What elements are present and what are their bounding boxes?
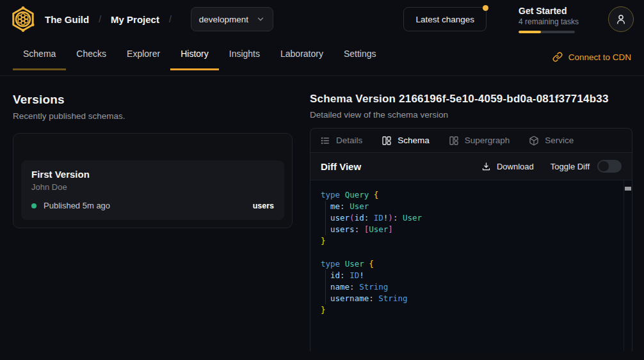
versions-list-card: First Version John Doe Published 5m ago … xyxy=(13,133,293,228)
top-header: The Guild / My Project / development Lat… xyxy=(0,0,644,38)
diff-view-title: Diff View xyxy=(321,161,361,172)
schema-version-title: Schema Version 2166196f-5e10-4059-bd0a-0… xyxy=(310,93,632,106)
get-started-subtitle: 4 remaining tasks xyxy=(519,17,579,26)
get-started-progress-track xyxy=(519,31,575,33)
nav-spacer xyxy=(387,38,552,75)
tab-label: Explorer xyxy=(127,49,160,59)
panels-icon xyxy=(382,136,392,146)
tab-label: Settings xyxy=(344,49,376,59)
code-scrollbar-thumb[interactable] xyxy=(625,187,631,191)
schema-version-panel: Schema Version 2166196f-5e10-4059-bd0a-0… xyxy=(310,93,632,360)
detail-tab-supergraph[interactable]: Supergraph xyxy=(449,136,510,146)
tab-label: History xyxy=(181,49,209,59)
toggle-diff-switch[interactable] xyxy=(597,160,622,173)
breadcrumb-project[interactable]: My Project xyxy=(111,14,159,25)
tab-explorer[interactable]: Explorer xyxy=(117,38,170,70)
get-started-progress-fill xyxy=(519,31,541,33)
detail-tab-label: Supergraph xyxy=(465,136,510,145)
user-icon xyxy=(615,13,627,25)
versions-panel: Versions Recently published schemas. Fir… xyxy=(13,93,293,360)
detail-tab-label: Service xyxy=(545,136,574,145)
versions-subtitle: Recently published schemas. xyxy=(13,111,293,121)
tab-label: Checks xyxy=(76,49,106,59)
diff-view-header: Diff View Download Toggle Diff xyxy=(310,153,632,180)
user-avatar[interactable] xyxy=(608,6,634,32)
detail-tab-service[interactable]: Service xyxy=(529,136,574,146)
breadcrumb-org[interactable]: The Guild xyxy=(45,14,89,25)
version-list-item[interactable]: First Version John Doe Published 5m ago … xyxy=(21,160,284,220)
tab-label: Schema xyxy=(23,49,56,59)
tab-schema[interactable]: Schema xyxy=(13,38,66,70)
tab-settings[interactable]: Settings xyxy=(334,38,387,70)
detail-tab-details[interactable]: Details xyxy=(320,136,362,146)
chevron-down-icon xyxy=(256,15,265,24)
version-name: First Version xyxy=(31,169,274,180)
content-area: Versions Recently published schemas. Fir… xyxy=(0,76,644,360)
published-status-dot xyxy=(31,203,36,208)
toggle-knob xyxy=(599,161,609,171)
schema-version-detail-card: Details Schema xyxy=(310,128,632,351)
tab-history[interactable]: History xyxy=(170,38,219,70)
link-icon xyxy=(552,52,563,62)
detail-tab-label: Schema xyxy=(398,136,430,145)
connect-to-cdn-label: Connect to CDN xyxy=(568,52,631,62)
schema-version-subtitle: Detailed view of the schema version xyxy=(310,110,632,120)
tab-checks[interactable]: Checks xyxy=(66,38,117,70)
latest-changes-label: Latest changes xyxy=(415,15,474,24)
get-started-widget[interactable]: Get Started 4 remaining tasks xyxy=(519,6,579,33)
tab-insights[interactable]: Insights xyxy=(219,38,270,70)
schema-code-area: type Query {me: Useruser(id: ID!): Useru… xyxy=(310,180,632,351)
cube-icon xyxy=(529,136,539,146)
versions-title: Versions xyxy=(13,93,293,107)
version-author: John Doe xyxy=(31,182,274,192)
version-status: Published 5m ago xyxy=(44,201,110,210)
tab-label: Insights xyxy=(229,49,260,59)
download-icon xyxy=(481,162,491,171)
panels-icon xyxy=(449,136,459,146)
version-meta-row: Published 5m ago users xyxy=(31,201,274,210)
tab-laboratory[interactable]: Laboratory xyxy=(270,38,334,70)
code-block: type Query {me: Useruser(id: ID!): Useru… xyxy=(321,189,619,316)
tab-label: Laboratory xyxy=(280,49,323,59)
list-icon xyxy=(320,136,330,146)
target-select[interactable]: development xyxy=(191,7,273,31)
version-service-badge: users xyxy=(253,201,274,210)
latest-changes-button[interactable]: Latest changes xyxy=(403,7,487,31)
code-scrollbar xyxy=(624,180,632,351)
target-select-value: development xyxy=(199,15,248,24)
notification-dot xyxy=(483,5,488,11)
detail-tab-label: Details xyxy=(336,136,362,145)
toggle-diff-label: Toggle Diff xyxy=(551,162,590,171)
get-started-title: Get Started xyxy=(519,6,579,16)
breadcrumb-separator: / xyxy=(99,14,101,24)
hive-logo-icon[interactable] xyxy=(10,6,36,32)
detail-tabs: Details Schema xyxy=(310,129,632,153)
connect-to-cdn-button[interactable]: Connect to CDN xyxy=(552,52,631,62)
detail-tab-schema[interactable]: Schema xyxy=(382,136,430,146)
download-button[interactable]: Download xyxy=(481,162,534,171)
main-nav: Schema Checks Explorer History Insights … xyxy=(0,38,644,76)
breadcrumb-separator: / xyxy=(169,14,172,24)
download-label: Download xyxy=(497,162,534,171)
